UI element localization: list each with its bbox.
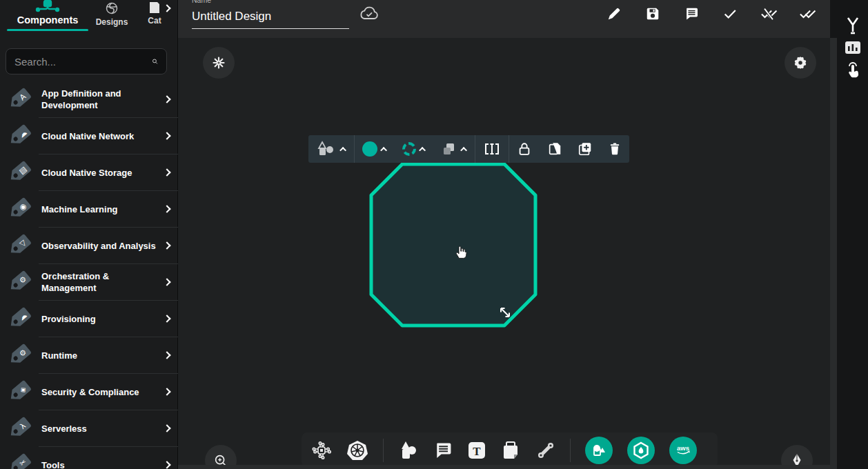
component-search[interactable] [6, 48, 167, 74]
canvas-tools-toolbar: T [302, 432, 718, 468]
resize-width-button[interactable] [475, 135, 509, 163]
save-button[interactable] [644, 5, 662, 23]
category-item-serverless[interactable]: λ Serverless [0, 410, 178, 446]
tab-components-label: Components [7, 14, 88, 26]
shapes-icon [398, 440, 419, 461]
trash-icon [608, 141, 622, 157]
tab-designs[interactable]: Designs [92, 1, 131, 27]
chevron-right-icon [163, 351, 170, 359]
hand-cursor [453, 242, 471, 260]
tag-icon: A [6, 86, 33, 113]
design-header: Name [178, 0, 830, 38]
canvas-scrollbar[interactable] [830, 38, 837, 469]
category-item-runtime[interactable]: ⚙ Runtime [0, 337, 178, 373]
octagon-shape[interactable] [178, 38, 830, 469]
chevron-right-icon [163, 132, 170, 139]
tab-catalog-label: Cat [141, 16, 168, 26]
shape-picker-icon [316, 141, 337, 157]
arrangement-icon [441, 141, 457, 157]
panel-icon[interactable] [845, 0, 860, 4]
catalog-icon [149, 1, 160, 14]
design-canvas[interactable]: T [178, 38, 830, 469]
comment-button[interactable] [682, 5, 700, 23]
text-tool-button[interactable]: T [467, 441, 486, 460]
tab-components[interactable]: Components [7, 0, 88, 31]
resize-handle[interactable] [497, 304, 513, 321]
flask-icon[interactable] [845, 17, 861, 36]
touch-gesture-icon[interactable] [845, 61, 861, 80]
search-icon [152, 54, 158, 68]
comment-tool-button[interactable] [433, 441, 453, 460]
shape-picker-button[interactable] [308, 135, 354, 163]
lock-icon [517, 141, 532, 157]
chevron-up-icon [380, 146, 387, 153]
check-icon [722, 6, 738, 21]
component-node-button[interactable] [311, 440, 332, 461]
category-item-cloud-native-network[interactable]: ☁ Cloud Native Network [0, 118, 178, 154]
duplicate-button[interactable] [540, 135, 570, 163]
shape-context-toolbar [308, 135, 629, 163]
shapes-button[interactable] [398, 440, 419, 461]
design-name-group: Name [192, 0, 349, 29]
copy-add-button[interactable] [570, 135, 600, 163]
tag-icon: ☁ [6, 305, 33, 332]
analytics-icon[interactable] [845, 39, 861, 56]
canvas-scrollbar-horizontal[interactable] [178, 465, 830, 469]
border-style-button[interactable] [395, 135, 433, 163]
border-style-swatch [402, 142, 416, 156]
delete-button[interactable] [600, 135, 629, 163]
tag-icon: ▽ [6, 232, 33, 259]
category-item-tools[interactable]: ✂ Tools [0, 447, 178, 469]
chevron-up-icon [460, 146, 467, 153]
check-button[interactable] [721, 5, 739, 23]
edit-button[interactable] [605, 5, 623, 23]
arrangement-button[interactable] [433, 135, 475, 163]
kubernetes-button[interactable] [346, 439, 368, 461]
save-icon [645, 6, 660, 21]
comment-icon [433, 441, 453, 460]
fill-color-swatch [362, 141, 377, 157]
text-tool-icon: T [467, 441, 486, 460]
components-sidebar: Components Designs Cat [0, 0, 178, 469]
fill-color-button[interactable] [355, 135, 395, 163]
chevron-right-icon [163, 461, 170, 468]
note-button[interactable] [501, 441, 522, 460]
category-item-machine-learning[interactable]: ◉ Machine Learning [0, 191, 178, 227]
edge-connector-button[interactable] [536, 441, 555, 460]
svg-text:T: T [473, 445, 481, 458]
design-name-input[interactable] [192, 7, 349, 29]
chevron-up-icon [339, 146, 346, 153]
edit-icon [606, 6, 622, 21]
multi-check-icon [798, 6, 816, 21]
tab-catalog[interactable]: Cat [141, 1, 168, 26]
components-icon [34, 0, 61, 13]
category-item-security-compliance[interactable]: ◈ Security & Compliance [0, 374, 178, 410]
category-item-orchestration-management[interactable]: ⚙ Orchestration & Management [0, 264, 178, 300]
chevron-right-icon [163, 168, 170, 176]
category-item-provisioning[interactable]: ☁ Provisioning [0, 301, 178, 337]
hexagon-model-button[interactable] [627, 437, 655, 464]
kubernetes-icon [346, 439, 368, 461]
category-item-cloud-native-storage[interactable]: ▤ Cloud Native Storage [0, 154, 178, 190]
svg-text:aws: aws [677, 444, 689, 452]
category-item-observability-and-analysis[interactable]: ▽ Observability and Analysis [0, 228, 178, 263]
tag-icon: λ [6, 415, 33, 442]
lock-button[interactable] [509, 135, 540, 163]
duplicate-icon [547, 141, 562, 157]
category-item-app-definition-and-development[interactable]: A App Definition and Development [0, 81, 178, 117]
edge-connector-icon [536, 441, 555, 460]
category-list: A App Definition and Development ☁ Cloud… [0, 81, 178, 469]
tab-designs-label: Designs [92, 17, 131, 27]
aws-button[interactable]: aws [669, 437, 697, 464]
multi-check-button[interactable] [798, 5, 816, 23]
designs-icon [103, 1, 120, 15]
tag-icon: ◈ [6, 378, 33, 406]
tag-icon: ◉ [6, 195, 33, 223]
multi-check-off-button[interactable] [760, 5, 778, 23]
toolbar-divider [570, 439, 571, 462]
chevron-right-icon [163, 95, 170, 103]
tag-icon: ⚙ [6, 268, 33, 296]
search-input[interactable] [14, 56, 152, 68]
chevron-right-icon [163, 278, 170, 286]
shapes-group-button[interactable] [585, 437, 613, 464]
